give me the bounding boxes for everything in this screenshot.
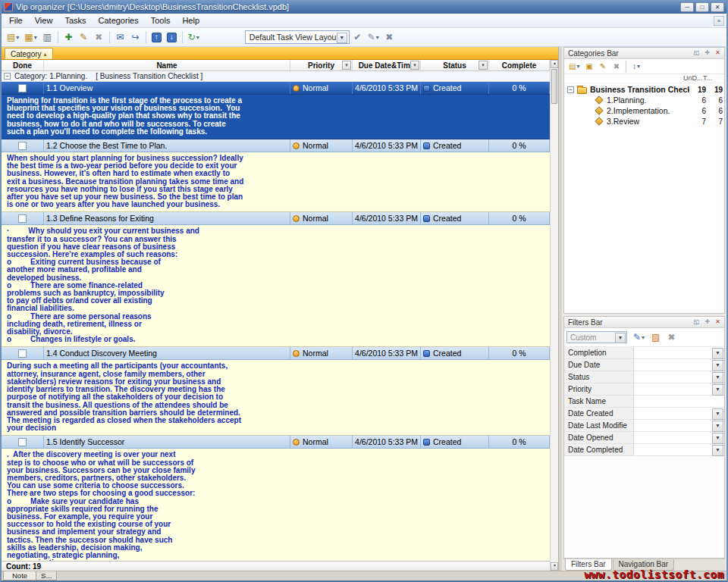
- table-row[interactable]: 1.2 Choose the Best Time to Plan. Normal…: [2, 139, 550, 152]
- done-checkbox[interactable]: [18, 142, 27, 150]
- new-subcategory-button[interactable]: ▣: [582, 60, 595, 73]
- filter-field-combo[interactable]: [634, 359, 724, 371]
- filter-field-combo[interactable]: [634, 396, 724, 407]
- group-by-category-tab[interactable]: Category: [5, 48, 53, 59]
- filter-field-combo[interactable]: [634, 383, 724, 395]
- edit-task-button[interactable]: ✎: [77, 30, 91, 45]
- category-label: 3.Review: [607, 117, 689, 126]
- edit-filter-button[interactable]: ✎: [631, 330, 647, 345]
- delete-task-button[interactable]: ✖: [92, 30, 106, 45]
- filter-field-label[interactable]: Status: [564, 371, 634, 383]
- done-checkbox[interactable]: [18, 214, 27, 223]
- close-panel-icon[interactable]: ✕: [713, 318, 723, 327]
- filter-field-label[interactable]: Date Created: [564, 408, 634, 419]
- category-tree-item[interactable]: 2.Implementation. 6 6: [564, 105, 724, 116]
- task-description-row[interactable]: · Why should you exit your current busin…: [2, 225, 550, 347]
- delete-category-button[interactable]: ✖: [610, 60, 623, 73]
- undone-column-header[interactable]: UnD...: [683, 74, 703, 83]
- filter-field-combo[interactable]: [634, 408, 724, 419]
- filter-field-label[interactable]: Date Opened: [564, 432, 634, 443]
- close-view-button[interactable]: ✖: [382, 30, 397, 45]
- scroll-up-icon[interactable]: [551, 60, 558, 68]
- filter-field-combo[interactable]: [634, 347, 724, 358]
- close-panel-icon[interactable]: ✕: [713, 48, 723, 58]
- table-row[interactable]: 1.3 Define Reasons for Exiting Normal 4/…: [2, 212, 550, 225]
- filter-preset-combo[interactable]: Custom: [566, 331, 627, 343]
- expander-icon[interactable]: [567, 86, 574, 93]
- toolbar-overflow-icon[interactable]: »: [714, 16, 724, 26]
- category-tree-item[interactable]: Business Transition Checklis 19 19: [564, 84, 724, 95]
- filter-field-label[interactable]: Completion: [564, 347, 634, 358]
- filter-field-label[interactable]: Date Completed: [564, 444, 634, 455]
- category-group-row[interactable]: Category: 1.Planning. [ Business Transit…: [2, 71, 550, 82]
- priority-filter-dropdown-icon[interactable]: [342, 61, 351, 70]
- column-header-status[interactable]: Status: [421, 60, 489, 70]
- minimize-button[interactable]: ─: [680, 2, 694, 12]
- tab-note[interactable]: Note: [3, 571, 36, 580]
- auto-hide-pin-icon[interactable]: ✛: [702, 318, 712, 327]
- auto-hide-pin-icon[interactable]: ✛: [702, 48, 712, 58]
- filter-field-combo[interactable]: [634, 432, 724, 443]
- print-button[interactable]: ▥: [40, 30, 55, 45]
- filter-field-label[interactable]: Priority: [564, 383, 634, 395]
- tab-s[interactable]: S...: [36, 571, 57, 580]
- email-button[interactable]: ✉: [113, 30, 127, 45]
- total-column-header[interactable]: T...: [703, 74, 723, 83]
- menu-item-help[interactable]: Help: [176, 14, 206, 27]
- new-category-button[interactable]: ▤: [566, 60, 582, 73]
- move-up-button[interactable]: ↑: [149, 30, 164, 45]
- edit-category-button[interactable]: ✎: [596, 60, 609, 73]
- edit-view-button[interactable]: ✎: [366, 30, 381, 45]
- menu-item-file[interactable]: File: [3, 14, 29, 27]
- add-task-button[interactable]: ✚: [61, 30, 76, 45]
- sort-categories-button[interactable]: ↕: [629, 60, 642, 73]
- move-down-button[interactable]: ↓: [165, 30, 179, 45]
- filter-field-label[interactable]: Task Name: [564, 396, 634, 407]
- close-button[interactable]: ✕: [711, 2, 724, 12]
- menu-item-view[interactable]: View: [29, 14, 59, 27]
- open-database-button[interactable]: ▦: [22, 30, 39, 45]
- refresh-button[interactable]: ↻: [186, 30, 202, 45]
- column-header-complete[interactable]: Complete: [489, 60, 550, 70]
- done-checkbox[interactable]: [18, 349, 27, 358]
- delete-filter-button[interactable]: ✖: [664, 330, 679, 345]
- menu-item-categories[interactable]: Categories: [93, 14, 145, 27]
- clear-filter-button[interactable]: ▨: [648, 330, 663, 345]
- maximize-button[interactable]: □: [695, 2, 709, 12]
- category-tree-item[interactable]: 3.Review 7 7: [564, 116, 724, 127]
- done-checkbox[interactable]: [18, 438, 27, 446]
- window-position-icon[interactable]: ◱: [692, 48, 701, 58]
- column-header-due-date[interactable]: Due Date&Time: [353, 60, 421, 70]
- filter-field-row: Due Date: [564, 359, 724, 371]
- send-button[interactable]: ↪: [128, 30, 143, 45]
- table-row[interactable]: 1.5 Identify Successor Normal 4/6/2010 5…: [2, 436, 550, 449]
- due-date-filter-dropdown-icon[interactable]: [410, 61, 419, 70]
- task-description-row[interactable]: . After the discovery meeting is over yo…: [2, 449, 550, 561]
- filter-field-combo[interactable]: [634, 444, 724, 455]
- filter-field-label[interactable]: Date Last Modifie: [564, 420, 634, 431]
- window-position-icon[interactable]: ◱: [692, 318, 701, 327]
- filter-field-combo[interactable]: [634, 371, 724, 383]
- category-tree-item[interactable]: 1.Planning. 6 6: [564, 95, 724, 105]
- collapse-group-icon[interactable]: [4, 73, 11, 80]
- menu-item-tools[interactable]: Tools: [145, 14, 177, 27]
- table-row[interactable]: 1.4 Conduct Discovery Meeting Normal 4/6…: [2, 347, 550, 360]
- column-header-done[interactable]: Done: [2, 60, 44, 70]
- status-filter-dropdown-icon[interactable]: [479, 61, 488, 70]
- done-checkbox[interactable]: [18, 84, 27, 92]
- filter-field-combo[interactable]: [634, 420, 724, 431]
- vertical-scrollbar[interactable]: [550, 60, 558, 571]
- apply-view-button[interactable]: ✔: [350, 30, 365, 45]
- task-description-row[interactable]: During such a meeting all the participan…: [2, 360, 550, 436]
- new-task-button[interactable]: ▤: [5, 30, 21, 45]
- scrollbar-thumb[interactable]: [551, 69, 557, 104]
- column-header-priority[interactable]: Priority: [290, 60, 353, 70]
- column-header-name[interactable]: Name: [44, 60, 290, 70]
- menu-item-tasks[interactable]: Tasks: [58, 14, 92, 27]
- task-description-row[interactable]: When should you start planning for busin…: [2, 152, 550, 212]
- scroll-down-icon[interactable]: [551, 562, 558, 571]
- filter-field-label[interactable]: Due Date: [564, 359, 634, 371]
- task-view-layout-combo[interactable]: Default Task View Layout: [245, 30, 350, 44]
- task-description-row[interactable]: Planning for transition is the first sta…: [2, 95, 550, 139]
- table-row[interactable]: 1.1 Overview Normal 4/6/2010 5:33 PM Cre…: [2, 82, 550, 95]
